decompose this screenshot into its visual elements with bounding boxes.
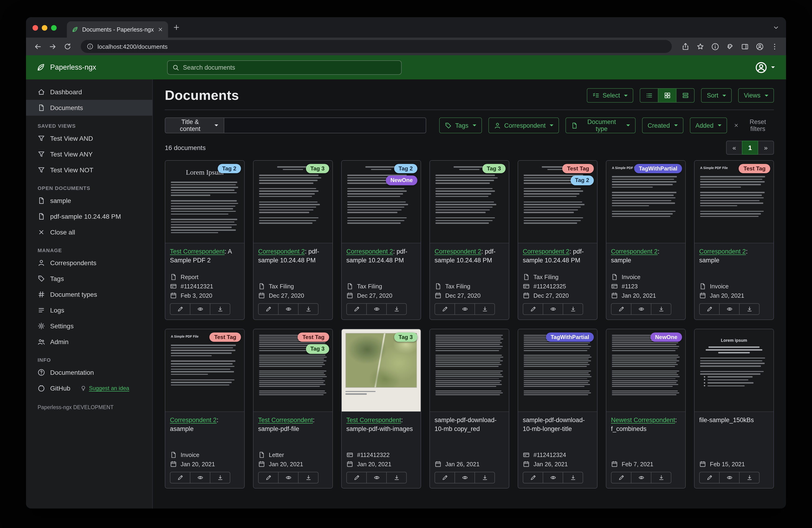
document-card[interactable]: Test TagTag 2 Correspondent 2: pdf-sampl… xyxy=(518,160,597,320)
download-button[interactable] xyxy=(563,303,583,315)
pagination-page-1-button[interactable]: 1 xyxy=(742,141,758,155)
tag-badge-test-tag[interactable]: Test Tag xyxy=(298,332,329,342)
view-grid-button[interactable] xyxy=(658,88,677,103)
document-card[interactable]: Tag 3 Test Correspondent: sample-pdf-wit… xyxy=(341,329,421,488)
pagination-next-button[interactable]: » xyxy=(758,141,774,155)
document-thumbnail[interactable]: TagWithPartial xyxy=(518,329,597,412)
document-card[interactable]: A Simple PDF File TagWithPartial Corresp… xyxy=(606,160,686,320)
document-title[interactable]: Correspondent 2: asample xyxy=(170,416,240,433)
extensions-button[interactable] xyxy=(724,40,736,53)
correspondent-link[interactable]: Correspondent 2 xyxy=(435,248,481,255)
document-card[interactable]: Lorem ipsum file-sample_150kBs Feb 15, 2… xyxy=(694,329,774,488)
tag-badge-test-tag[interactable]: Test Tag xyxy=(563,164,594,173)
document-title[interactable]: Newest Correspondent: f_combineds xyxy=(611,416,681,433)
preview-button[interactable] xyxy=(543,472,563,483)
view-table-button[interactable] xyxy=(640,88,658,103)
sidebar-item-correspondents[interactable]: Correspondents xyxy=(26,255,152,271)
edit-button[interactable] xyxy=(258,303,278,315)
document-card[interactable]: A Simple PDF File Test Tag Correspondent… xyxy=(165,329,245,488)
document-card[interactable]: Tag 2NewOne Correspondent 2: pdf-sample … xyxy=(341,160,421,320)
tag-badge-tag-3[interactable]: Tag 3 xyxy=(306,344,329,354)
document-type-filter-button[interactable]: Document type xyxy=(566,117,636,133)
correspondent-filter-button[interactable]: Correspondent xyxy=(489,117,559,133)
download-button[interactable] xyxy=(298,472,318,483)
correspondent-link[interactable]: Correspondent 2 xyxy=(258,248,305,255)
document-title[interactable]: Correspondent 2: pdf-sample 10.24.48 PM xyxy=(346,247,416,265)
download-button[interactable] xyxy=(298,303,318,315)
correspondent-link[interactable]: Correspondent 2 xyxy=(699,248,746,255)
sidebar-item-admin[interactable]: Admin xyxy=(26,334,152,350)
document-title[interactable]: Test Correspondent: sample-pdf-file xyxy=(258,416,328,433)
document-thumbnail[interactable]: NewOne xyxy=(606,329,685,412)
document-thumbnail[interactable]: A Simple PDF File Test Tag xyxy=(165,329,244,412)
tag-badge-tag-3[interactable]: Tag 3 xyxy=(482,164,506,173)
forward-button[interactable] xyxy=(46,40,58,53)
document-card[interactable]: Lorem Ipsum Tag 2 Test Correspondent: A … xyxy=(165,160,245,320)
view-cards-button[interactable] xyxy=(676,88,695,103)
tag-badge-tag-2[interactable]: Tag 2 xyxy=(394,164,417,173)
filter-field-dropdown[interactable]: Title & content xyxy=(165,117,224,133)
window-minimize-button[interactable] xyxy=(42,25,47,31)
window-close-button[interactable] xyxy=(32,25,38,31)
tag-badge-tag-3[interactable]: Tag 3 xyxy=(394,332,417,342)
edit-button[interactable] xyxy=(611,303,632,315)
edit-button[interactable] xyxy=(523,303,543,315)
document-card[interactable]: TagWithPartial sample-pdf-download-10-mb… xyxy=(518,329,597,488)
search-input[interactable] xyxy=(183,64,396,71)
download-button[interactable] xyxy=(475,472,495,483)
download-button[interactable] xyxy=(475,303,495,315)
edit-button[interactable] xyxy=(699,472,720,483)
preview-button[interactable] xyxy=(454,472,475,483)
sidebar-item-tags[interactable]: Tags xyxy=(26,271,152,286)
document-thumbnail[interactable]: Test TagTag 3 xyxy=(253,329,332,412)
tag-badge-tag-2[interactable]: Tag 2 xyxy=(218,164,241,173)
edit-button[interactable] xyxy=(699,303,720,315)
document-title[interactable]: Correspondent 2: sample xyxy=(611,247,681,265)
correspondent-link[interactable]: Correspondent 2 xyxy=(611,248,658,255)
correspondent-link[interactable]: Correspondent 2 xyxy=(346,248,393,255)
tag-badge-tagwithpartial[interactable]: TagWithPartial xyxy=(546,332,594,342)
sidebar-item-test-view-any[interactable]: Test View ANY xyxy=(26,146,152,162)
global-search[interactable] xyxy=(167,60,402,74)
preview-button[interactable] xyxy=(454,303,475,315)
edit-button[interactable] xyxy=(611,472,632,483)
sidebar-item-sample[interactable]: sample xyxy=(26,193,152,209)
preview-button[interactable] xyxy=(190,472,210,483)
download-button[interactable] xyxy=(386,472,407,483)
document-card[interactable]: A Simple PDF File Test Tag Correspondent… xyxy=(694,160,774,320)
download-button[interactable] xyxy=(651,472,671,483)
edit-button[interactable] xyxy=(346,472,367,483)
preview-button[interactable] xyxy=(278,303,299,315)
preview-button[interactable] xyxy=(719,472,740,483)
document-title[interactable]: sample-pdf-download-10-mb copy_red xyxy=(435,416,504,433)
download-button[interactable] xyxy=(563,472,583,483)
reload-button[interactable] xyxy=(61,40,73,53)
download-button[interactable] xyxy=(386,303,407,315)
correspondent-link[interactable]: Newest Correspondent xyxy=(611,416,675,424)
filter-text-input[interactable] xyxy=(224,117,426,133)
tag-badge-tagwithpartial[interactable]: TagWithPartial xyxy=(634,164,682,173)
preview-button[interactable] xyxy=(631,303,651,315)
preview-button[interactable] xyxy=(543,303,563,315)
sidebar-item-documents[interactable]: Documents xyxy=(26,100,152,116)
sidebar-item-test-view-and[interactable]: Test View AND xyxy=(26,130,152,146)
window-zoom-button[interactable] xyxy=(51,25,57,31)
edit-button[interactable] xyxy=(258,472,278,483)
user-menu[interactable] xyxy=(755,61,775,74)
document-title[interactable]: Correspondent 2: pdf-sample 10.24.48 PM xyxy=(435,247,504,265)
edit-button[interactable] xyxy=(435,472,455,483)
status-button[interactable] xyxy=(709,40,721,53)
document-title[interactable]: Correspondent 2: pdf-sample 10.24.48 PM xyxy=(258,247,328,265)
side-panel-button[interactable] xyxy=(739,40,751,53)
tag-badge-newone[interactable]: NewOne xyxy=(650,332,682,342)
document-card[interactable]: sample-pdf-download-10-mb copy_red Jan 2… xyxy=(430,329,509,488)
sort-button[interactable]: Sort xyxy=(701,88,732,103)
sidebar-item-github[interactable]: GitHubSuggest an idea xyxy=(26,380,152,396)
sidebar-item-document-types[interactable]: Document types xyxy=(26,286,152,302)
correspondent-link[interactable]: Correspondent 2 xyxy=(523,248,569,255)
share-button[interactable] xyxy=(679,40,691,53)
tag-badge-tag-2[interactable]: Tag 2 xyxy=(570,176,594,185)
sidebar-item-documentation[interactable]: Documentation xyxy=(26,365,152,380)
back-button[interactable] xyxy=(32,40,44,53)
download-button[interactable] xyxy=(739,472,759,483)
